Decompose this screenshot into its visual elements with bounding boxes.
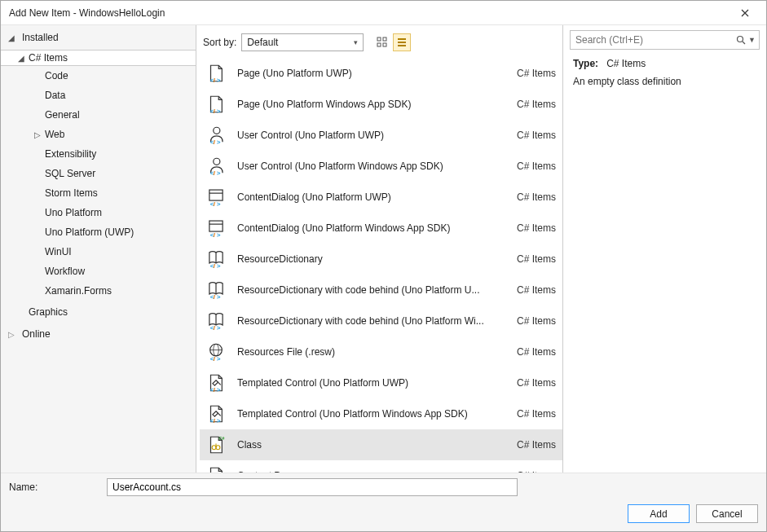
user-control-icon: </> bbox=[205, 156, 227, 177]
name-input[interactable] bbox=[107, 478, 518, 496]
template-item-name: ResourceDictionary with code behind (Uno… bbox=[237, 284, 510, 296]
tree-label: SQL Server bbox=[42, 168, 95, 179]
template-item[interactable]: </>Page (Uno Platform UWP)C# Items bbox=[200, 58, 562, 89]
template-list[interactable]: </>Page (Uno Platform UWP)C# Items</>Pag… bbox=[196, 55, 562, 473]
dialog-window: Add New Item - WindowsHelloLogin ◢ Insta… bbox=[0, 0, 767, 532]
resource-dictionary-icon: </> bbox=[205, 279, 227, 301]
template-item-category: C# Items bbox=[517, 222, 556, 234]
template-item[interactable]: </>Templated Control (Uno Platform UWP)C… bbox=[200, 367, 562, 398]
template-item[interactable]: </>ResourceDictionary with code behind (… bbox=[200, 275, 562, 306]
tree-node-child[interactable]: Uno Platform (UWP) bbox=[1, 224, 196, 240]
tree-node-child[interactable]: General bbox=[1, 107, 196, 123]
template-item[interactable]: </>User Control (Uno Platform UWP)C# Ite… bbox=[200, 120, 562, 151]
titlebar: Add New Item - WindowsHelloLogin bbox=[1, 1, 766, 25]
svg-text:>: > bbox=[217, 386, 221, 394]
template-item[interactable]: Content PageC# Items bbox=[200, 460, 562, 473]
chevron-right-icon: ▷ bbox=[33, 130, 42, 139]
tree-label: Uno Platform (UWP) bbox=[42, 226, 134, 238]
template-item-category: C# Items bbox=[517, 191, 556, 203]
svg-text:/: / bbox=[214, 200, 216, 208]
tree-label-installed: Installed bbox=[19, 32, 59, 43]
add-button-label: Add bbox=[650, 508, 667, 520]
templated-control-icon: </> bbox=[205, 372, 227, 394]
info-body: Type: C# Items An empty class definition bbox=[563, 58, 766, 87]
tree-node-child[interactable]: Xamarin.Forms bbox=[1, 283, 196, 299]
svg-rect-3 bbox=[383, 43, 386, 46]
tree-node-graphics[interactable]: Graphics bbox=[1, 304, 196, 320]
tree-node-child[interactable]: Uno Platform bbox=[1, 204, 196, 221]
template-item-category: C# Items bbox=[517, 346, 556, 358]
template-item-icon: </> bbox=[203, 60, 229, 86]
template-item[interactable]: C#ClassC# Items bbox=[200, 429, 562, 460]
template-item-name: ContentDialog (Uno Platform UWP) bbox=[237, 191, 510, 203]
svg-rect-26 bbox=[209, 221, 223, 231]
info-type-label: Type: bbox=[573, 58, 598, 69]
tree-node-installed[interactable]: ◢ Installed bbox=[1, 30, 196, 48]
chevron-down-icon: ▼ bbox=[748, 36, 756, 44]
tree-label: WinUI bbox=[42, 246, 72, 257]
template-item-icon: </> bbox=[203, 339, 229, 365]
template-item[interactable]: </>ResourceDictionaryC# Items bbox=[200, 244, 562, 275]
search-input[interactable] bbox=[574, 33, 734, 46]
dialog-body: ◢ Installed ◢ C# Items CodeDataGeneral▷W… bbox=[1, 25, 766, 473]
tree-label: Graphics bbox=[25, 306, 68, 318]
svg-text:>: > bbox=[217, 293, 221, 301]
template-item-category: C# Items bbox=[517, 408, 556, 420]
tree-node-child[interactable]: SQL Server bbox=[1, 165, 196, 182]
svg-point-13 bbox=[214, 127, 220, 134]
grid-icon bbox=[377, 37, 388, 48]
tree-node-child[interactable]: Storm Items bbox=[1, 185, 196, 201]
template-item-category: C# Items bbox=[517, 284, 556, 296]
template-item-name: Templated Control (Uno Platform UWP) bbox=[237, 377, 510, 389]
templated-control-icon: </> bbox=[205, 403, 227, 424]
tree-node-online[interactable]: ▷ Online bbox=[1, 327, 196, 345]
template-item[interactable]: </>Resources File (.resw)C# Items bbox=[200, 336, 562, 367]
sort-by-value: Default bbox=[247, 37, 278, 48]
tree-node-child[interactable]: Code bbox=[1, 68, 196, 84]
close-button[interactable] bbox=[729, 2, 761, 24]
template-item[interactable]: </>ContentDialog (Uno Platform UWP)C# It… bbox=[200, 182, 562, 213]
template-item[interactable]: </>User Control (Uno Platform Windows Ap… bbox=[200, 151, 562, 182]
template-item[interactable]: </>ResourceDictionary with code behind (… bbox=[200, 306, 562, 336]
tree-label: Web bbox=[42, 129, 64, 140]
info-description: An empty class definition bbox=[573, 76, 756, 87]
template-item-category: C# Items bbox=[517, 315, 556, 327]
sort-by-dropdown[interactable]: Default ▾ bbox=[241, 33, 364, 51]
template-item-name: ResourceDictionary bbox=[237, 253, 510, 265]
svg-text:>: > bbox=[217, 262, 221, 270]
svg-point-17 bbox=[214, 158, 220, 165]
tree-node-child[interactable]: WinUI bbox=[1, 244, 196, 260]
bottom-bar: Name: Add Cancel bbox=[1, 473, 766, 531]
search-box[interactable]: ▼ bbox=[570, 30, 760, 50]
window-title: Add New Item - WindowsHelloLogin bbox=[9, 7, 729, 19]
svg-text:>: > bbox=[217, 77, 221, 84]
chevron-down-icon: ▾ bbox=[354, 38, 358, 46]
svg-text:C#: C# bbox=[218, 436, 225, 441]
user-control-icon: </> bbox=[205, 125, 227, 146]
add-button[interactable]: Add bbox=[628, 504, 690, 523]
svg-text:>: > bbox=[217, 138, 221, 146]
tree-label: C# Items bbox=[25, 52, 68, 64]
view-mode-buttons bbox=[373, 33, 411, 51]
svg-text:>: > bbox=[217, 324, 221, 332]
template-item-icon: </> bbox=[203, 184, 229, 210]
cancel-button[interactable]: Cancel bbox=[696, 504, 758, 523]
template-item[interactable]: </>Page (Uno Platform Windows App SDK)C#… bbox=[200, 89, 562, 120]
tree-node-child[interactable]: Extensibility bbox=[1, 146, 196, 162]
tree-node-csharp-items[interactable]: ◢ C# Items bbox=[1, 50, 196, 66]
view-mode-medium[interactable] bbox=[373, 33, 391, 51]
svg-point-59 bbox=[738, 37, 743, 42]
svg-text:>: > bbox=[217, 355, 221, 363]
tree-node-child[interactable]: Workflow bbox=[1, 263, 196, 279]
template-item-icon: </> bbox=[203, 215, 229, 241]
tree-label-online: Online bbox=[19, 328, 51, 340]
template-item-name: Class bbox=[237, 439, 510, 451]
tree-node-child[interactable]: Data bbox=[1, 87, 196, 103]
tree-node-child[interactable]: ▷Web bbox=[1, 126, 196, 143]
template-item[interactable]: </>Templated Control (Uno Platform Windo… bbox=[200, 398, 562, 429]
template-item[interactable]: </>ContentDialog (Uno Platform Windows A… bbox=[200, 213, 562, 244]
sort-by-label: Sort by: bbox=[203, 37, 236, 48]
view-mode-small[interactable] bbox=[393, 33, 411, 51]
svg-rect-2 bbox=[377, 43, 381, 46]
svg-text:/: / bbox=[214, 324, 216, 332]
